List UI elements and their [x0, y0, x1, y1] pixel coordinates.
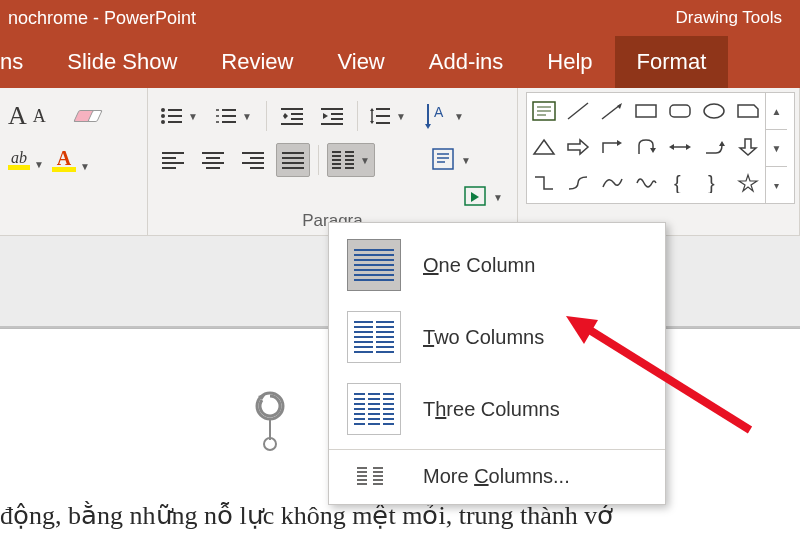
text-direction-button[interactable]: A ▼: [420, 99, 470, 133]
shape-right-arrow[interactable]: [561, 129, 595, 165]
align-center-button[interactable]: [196, 143, 230, 177]
font-color-button[interactable]: A ▼: [52, 149, 92, 172]
svg-marker-75: [617, 140, 622, 146]
shape-uturn-arrow[interactable]: [629, 129, 663, 165]
justify-icon: [282, 151, 304, 169]
align-right-button[interactable]: [236, 143, 270, 177]
columns-more[interactable]: More Columns...: [329, 454, 665, 498]
tab-view[interactable]: View: [315, 36, 406, 88]
svg-marker-28: [370, 121, 374, 124]
smartart-icon: [463, 185, 489, 209]
shape-line[interactable]: [561, 93, 595, 129]
shape-triangle[interactable]: [527, 129, 561, 165]
columns-two[interactable]: Two Columns: [329, 301, 665, 373]
line-spacing-button[interactable]: ▼: [366, 99, 414, 133]
shape-star[interactable]: [731, 165, 765, 201]
svg-marker-79: [686, 144, 691, 150]
columns-two-label: Two Columns: [423, 326, 544, 349]
columns-three-label: Three Columns: [423, 398, 560, 421]
convert-smartart-button[interactable]: ▼: [459, 183, 509, 211]
more-columns-icon: [347, 464, 401, 488]
align-center-icon: [202, 151, 224, 169]
chevron-down-icon: ▼: [78, 161, 92, 172]
shape-right-brace[interactable]: }: [697, 165, 731, 201]
align-right-icon: [242, 151, 264, 169]
align-text-icon: [431, 145, 457, 175]
shape-oval[interactable]: [697, 93, 731, 129]
shape-connector-elbow[interactable]: [527, 165, 561, 201]
contextual-tab-label: Drawing Tools: [676, 8, 792, 28]
svg-marker-78: [669, 144, 674, 150]
svg-marker-22: [323, 113, 328, 119]
columns-icon: [332, 150, 354, 170]
shapes-scroll-down[interactable]: ▼: [766, 130, 787, 167]
svg-marker-30: [425, 124, 431, 129]
shape-line-arrow[interactable]: [595, 93, 629, 129]
font-group: A A ab ▼ A ▼: [0, 88, 148, 235]
bullets-button[interactable]: ▼: [156, 99, 204, 133]
align-text-button[interactable]: ▼: [427, 143, 477, 177]
text-highlight-button[interactable]: ab ▼: [8, 151, 46, 170]
increase-font-size-button[interactable]: A: [8, 101, 27, 131]
text-direction-icon: A: [424, 101, 450, 131]
svg-marker-74: [534, 140, 554, 154]
columns-button[interactable]: ▼: [327, 143, 375, 177]
columns-menu: One Column Two Columns Three Columns Mor…: [328, 222, 666, 505]
tab-format[interactable]: Format: [615, 36, 729, 88]
align-left-icon: [162, 151, 184, 169]
shape-left-brace[interactable]: {: [663, 165, 697, 201]
increase-indent-icon: [321, 107, 343, 125]
align-left-button[interactable]: [156, 143, 190, 177]
svg-line-68: [568, 103, 588, 119]
tab-add-ins[interactable]: Add-ins: [407, 36, 526, 88]
columns-three[interactable]: Three Columns: [329, 373, 665, 445]
shape-rounded-rect[interactable]: [663, 93, 697, 129]
shape-rectangle[interactable]: [629, 93, 663, 129]
line-spacing-icon: [370, 106, 390, 126]
svg-text:A: A: [434, 104, 444, 120]
shape-textbox[interactable]: [527, 93, 561, 129]
justify-button[interactable]: [276, 143, 310, 177]
title-bar: nochrome - PowerPoint Drawing Tools: [0, 0, 800, 36]
columns-one[interactable]: One Column: [329, 229, 665, 301]
svg-marker-17: [283, 116, 288, 119]
svg-point-4: [161, 120, 165, 124]
shape-snip-rect[interactable]: [731, 93, 765, 129]
svg-marker-16: [283, 113, 288, 116]
svg-marker-80: [719, 141, 725, 146]
decrease-indent-icon: [281, 107, 303, 125]
shapes-scroll-up[interactable]: ▲: [766, 93, 787, 130]
shape-down-arrow[interactable]: [731, 129, 765, 165]
increase-indent-button[interactable]: [315, 99, 349, 133]
svg-rect-72: [670, 105, 690, 117]
shape-scribble[interactable]: [629, 165, 663, 201]
svg-marker-70: [617, 103, 622, 109]
svg-text:{: {: [674, 173, 681, 193]
numbering-icon: [214, 107, 236, 125]
svg-point-2: [161, 114, 165, 118]
shapes-gallery[interactable]: { } ▲ ▼ ▾: [526, 92, 795, 204]
shape-connector-curved[interactable]: [561, 165, 595, 201]
tab-partial[interactable]: ns: [0, 36, 45, 88]
decrease-font-size-button[interactable]: A: [33, 106, 46, 127]
svg-rect-71: [636, 105, 656, 117]
slide-smartart-node[interactable]: [240, 390, 300, 460]
decrease-indent-button[interactable]: [275, 99, 309, 133]
clear-formatting-button[interactable]: [72, 104, 102, 128]
tab-slide-show[interactable]: Slide Show: [45, 36, 199, 88]
ribbon: A A ab ▼ A ▼ ▼ ▼: [0, 88, 800, 236]
shape-double-arrow[interactable]: [663, 129, 697, 165]
svg-marker-76: [650, 148, 656, 153]
shapes-more[interactable]: ▾: [766, 167, 787, 203]
shape-freeform[interactable]: [595, 165, 629, 201]
svg-line-69: [602, 105, 620, 119]
shapes-group: { } ▲ ▼ ▾: [518, 88, 800, 235]
shape-bent-arrow[interactable]: [697, 129, 731, 165]
svg-marker-83: [739, 175, 757, 191]
numbering-button[interactable]: ▼: [210, 99, 258, 133]
tab-review[interactable]: Review: [199, 36, 315, 88]
chevron-down-icon: ▼: [32, 159, 46, 170]
tab-help[interactable]: Help: [525, 36, 614, 88]
svg-point-73: [704, 104, 724, 118]
shape-elbow-arrow[interactable]: [595, 129, 629, 165]
